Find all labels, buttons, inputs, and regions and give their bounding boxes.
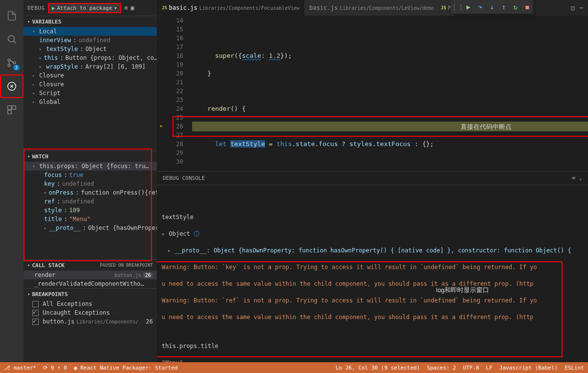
play-icon: ▶ [52,5,55,11]
scope-closure[interactable]: ▸Closure [24,71,157,80]
status-eslint[interactable]: ESLint [564,365,584,371]
scm-badge: 3 [13,65,20,71]
console-output[interactable]: log和即时显示窗口 textStyle ▸ Object ⓘ ▸ __prot… [157,185,588,362]
svg-rect-7 [12,106,16,109]
checkbox-icon[interactable] [32,301,39,307]
annotation-text: log和即时显示窗口 [436,286,489,294]
split-editor-icon[interactable]: ◫ [571,4,575,11]
svg-point-0 [8,36,15,42]
callstack-header[interactable]: ▾CALL STACKPAUSED ON BREAKPOINT [24,260,157,271]
scope-global[interactable]: ▸Global [24,98,157,106]
checkbox-icon[interactable] [32,319,39,325]
status-encoding[interactable]: UTF-8 [463,365,479,371]
callstack-frame-render[interactable]: renderbutton.js26 [24,271,157,279]
bp-uncaught[interactable]: Uncaught Exceptions [24,308,157,317]
status-packager[interactable]: ◉ React Native Packager: Started [74,365,178,371]
breakpoints-header[interactable]: ▾BREAKPOINTS [24,289,157,299]
var-textstyle[interactable]: ▸textStyle: Object [24,45,157,53]
search-icon[interactable] [0,27,24,51]
watch-header[interactable]: ▾WATCH [24,151,157,162]
extensions-icon[interactable] [0,98,24,122]
svg-rect-8 [8,110,11,114]
svg-line-1 [14,41,16,43]
bp-all-exceptions[interactable]: All Exceptions [24,299,157,308]
debug-icon[interactable] [0,75,24,98]
debug-sidebar: DEBUG ▶ Attach to package ▾ ⚙ ▣ ▾VARIABL… [24,0,157,362]
code-content: 直接在代码中断点 super({scale: 1.2}); } render()… [192,16,588,171]
step-into-icon[interactable]: ↓ [486,3,498,11]
drag-handle-icon[interactable]: ⋮⋮ [451,3,463,11]
attach-label: Attach to package [57,5,112,11]
explorer-icon[interactable] [0,4,24,27]
svg-point-4 [13,62,16,64]
scm-icon[interactable]: 3 [0,51,24,75]
step-over-icon[interactable]: ↷ [474,3,486,11]
scope-local[interactable]: ▾Local [24,27,157,36]
console-title: DEBUG CONSOLE [163,175,205,181]
tab-basicjs-focusable[interactable]: JS basic.js Libraries/Components/Focusab… [157,0,304,16]
svg-rect-6 [8,106,11,109]
status-position[interactable]: Ln 26, Col 30 (9 selected) [336,365,420,371]
step-out-icon[interactable]: ↑ [498,3,510,11]
restart-icon[interactable]: ↻ [510,3,521,11]
watch-onpress[interactable]: ▸onPress: function onPress(){ret… [24,188,157,197]
var-this[interactable]: ▸this: Button {props: Object, co… [24,53,157,62]
debug-run-toolbar: ⋮⋮ ▶ ↷ ↓ ↑ ↻ ◼ [451,0,533,14]
scope-script[interactable]: ▸Script [24,89,157,98]
bp-buttonjs[interactable]: button.js Libraries/Components/26 [24,317,157,326]
line-gutter: 14151617 18192021 22232425 2627282930 [157,16,192,171]
watch-root[interactable]: ▾this.props: Object {focus: tru… [24,162,157,171]
svg-point-3 [8,64,10,67]
scope-closure2[interactable]: ▸Closure [24,80,157,89]
gear-icon[interactable]: ⚙ [124,4,127,11]
tab-bar: JS basic.js Libraries/Components/Focusab… [157,0,588,16]
watch-proto[interactable]: ▸__proto__: Object {hasOwnProper… [24,224,157,232]
watch-ref[interactable]: ref: undefined [24,197,157,206]
debug-title: DEBUG [27,5,45,11]
variables-header[interactable]: ▾VARIABLES [24,16,157,27]
attach-config-button[interactable]: ▶ Attach to package ▾ [48,3,122,13]
activity-bar: 3 [0,0,24,362]
callstack-frame-2[interactable]: _renderValidatedComponentWitho… [24,279,157,288]
tab-basicjs-leview[interactable]: basic.js Libraries/Components/LeView/dem… [304,0,439,16]
continue-icon[interactable]: ▶ [463,3,474,11]
svg-point-2 [8,59,10,61]
status-spaces[interactable]: Spaces: 2 [427,365,456,371]
watch-style[interactable]: style: 109 [24,206,157,215]
watch-title[interactable]: title: "Menu" [24,215,157,224]
checkbox-icon[interactable] [32,310,39,316]
status-sync[interactable]: ⟳ 9 ↑ 0 [43,365,67,371]
status-bar: ⎇ master* ⟳ 9 ↑ 0 ◉ React Native Package… [0,362,588,373]
watch-key[interactable]: key: undefined [24,179,157,188]
status-branch[interactable]: ⎇ master* [4,365,36,371]
clear-console-icon[interactable]: ⌫ [572,175,575,181]
var-wrapstyle[interactable]: ▸wrapStyle: Array[2] [6, 109] [24,62,157,71]
debug-console-panel: DEBUG CONSOLE ⌫ ⌄ log和即时显示窗口 textStyle ▸… [157,171,588,362]
watch-focus[interactable]: focus: true [24,171,157,179]
chevron-down-icon: ▾ [114,5,118,11]
annotation-text: 直接在代码中断点 [461,123,512,131]
code-editor[interactable]: 14151617 18192021 22232425 2627282930 直接… [157,16,588,171]
status-eol[interactable]: LF [486,365,492,371]
status-lang[interactable]: Javascript (Babel) [499,365,558,371]
var-innerview[interactable]: innerView: undefined [24,36,157,45]
stop-icon[interactable]: ◼ [521,3,533,11]
chevron-down-icon[interactable]: ⌄ [579,175,582,181]
more-icon[interactable]: ⋯ [580,4,583,11]
debug-console-icon[interactable]: ▣ [131,4,134,11]
